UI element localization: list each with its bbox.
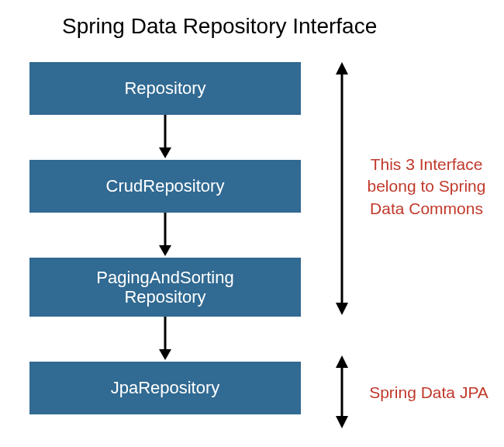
box-label: Repository [124, 78, 205, 98]
box-jpa-repository: JpaRepository [29, 362, 301, 414]
box-repository: Repository [29, 62, 301, 115]
arrow-down-icon [29, 317, 301, 362]
annotation-commons: This 3 Interface belong to Spring Data C… [358, 154, 495, 220]
box-paging-and-sorting-repository: PagingAndSortingRepository [29, 258, 301, 317]
svg-marker-7 [336, 62, 348, 74]
svg-marker-10 [336, 355, 348, 368]
box-crud-repository: CrudRepository [29, 160, 301, 213]
bracket-arrow-icon [332, 355, 352, 428]
box-label: PagingAndSortingRepository [73, 268, 257, 307]
svg-marker-1 [159, 147, 171, 158]
arrow-down-icon [29, 115, 301, 160]
svg-marker-8 [336, 303, 348, 315]
svg-marker-3 [159, 245, 171, 256]
svg-marker-11 [336, 416, 348, 428]
diagram-title: Spring Data Repository Interface [62, 14, 377, 39]
annotation-jpa: Spring Data JPA [363, 382, 495, 404]
arrow-down-icon [29, 213, 301, 258]
box-label: CrudRepository [106, 176, 225, 196]
bracket-arrow-icon [332, 62, 352, 315]
hierarchy-column: Repository CrudRepository PagingAndSorti… [29, 62, 301, 414]
box-label: JpaRepository [111, 378, 220, 397]
svg-marker-5 [159, 349, 171, 360]
